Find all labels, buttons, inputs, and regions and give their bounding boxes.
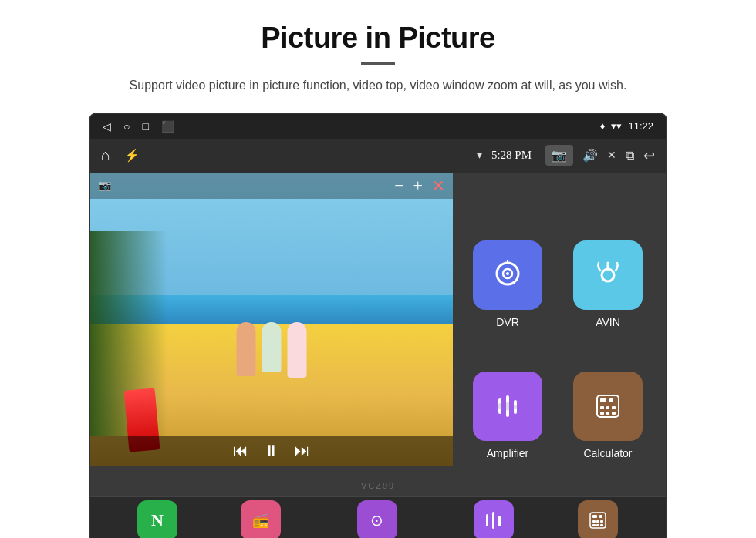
bottom-app-wheelkey[interactable]: ⊙ Wheelkey Study	[344, 500, 411, 538]
control-bar-left: ⌂ ⚡	[101, 146, 140, 164]
pip-close-button[interactable]: ✕	[432, 177, 445, 195]
svg-rect-20	[612, 412, 616, 415]
wifi-status-icon: ▾▾	[611, 120, 622, 132]
status-time: 11:22	[628, 120, 653, 132]
app-item-dvr[interactable]: DVR	[462, 224, 553, 345]
amplifier-label: Amplifier	[487, 447, 528, 459]
svg-rect-11	[514, 405, 517, 409]
siriusxm-icon: 📻	[241, 500, 281, 538]
bottom-app-amplifier[interactable]: Amplifier	[474, 500, 514, 538]
next-button[interactable]: ⏭	[295, 442, 310, 459]
svg-rect-14	[609, 398, 613, 402]
svg-rect-25	[592, 515, 597, 518]
app-item-avin[interactable]: AVIN	[562, 224, 653, 345]
back-nav-icon[interactable]: ◁	[103, 120, 111, 133]
play-button[interactable]: ⏸	[264, 442, 279, 459]
bottom-app-calculator[interactable]: Calculator	[577, 500, 619, 538]
pip-top-bar: 📷 − + ✕	[90, 173, 453, 199]
svg-rect-21	[486, 514, 488, 526]
svg-rect-15	[600, 406, 604, 409]
wheelkey-icon: ⊙	[357, 500, 397, 538]
recent-nav-icon[interactable]: □	[142, 120, 148, 133]
avin-icon	[573, 240, 643, 310]
usb-icon[interactable]: ⚡	[124, 148, 140, 163]
control-bar: ⌂ ⚡ ▾ 5:28 PM 📷 🔊 ✕ ⧉ ↩	[90, 139, 666, 173]
status-bar-indicators: ♦ ▾▾ 11:22	[600, 120, 653, 132]
svg-rect-26	[599, 515, 602, 518]
svg-rect-30	[592, 524, 596, 526]
svg-rect-16	[606, 406, 609, 409]
prev-button[interactable]: ⏮	[233, 442, 248, 459]
svg-rect-9	[506, 402, 509, 411]
svg-rect-29	[600, 520, 603, 523]
bottom-app-siriusxm[interactable]: 📻 SiriusXM	[241, 500, 281, 538]
bottom-app-netflix[interactable]: N Netflix	[137, 500, 177, 538]
pip-video-container: 📷 − + ✕ ⏮ ⏸ ⏭	[90, 173, 453, 466]
pip-icon[interactable]: ⧉	[626, 149, 634, 163]
volume-icon[interactable]: 🔊	[582, 148, 598, 163]
app-item-calculator[interactable]: Calculator	[562, 355, 653, 476]
bottom-app-strip: N Netflix 📻 SiriusXM ⊙ Wheelkey Study	[90, 496, 666, 538]
camera-button[interactable]: 📷	[545, 145, 573, 166]
netflix-icon: N	[137, 500, 177, 538]
main-content: 📷 − + ✕ ⏮ ⏸ ⏭	[90, 173, 666, 496]
pip-camera-icon: 📷	[98, 179, 111, 192]
svg-rect-32	[600, 524, 603, 526]
control-bar-right: ▾ 5:28 PM 📷 🔊 ✕ ⧉ ↩	[477, 145, 655, 166]
close-icon[interactable]: ✕	[607, 149, 616, 162]
app-item-amplifier[interactable]: Amplifier	[462, 355, 553, 476]
svg-rect-7	[498, 403, 501, 409]
app-grid: DVR AVIN	[450, 211, 666, 489]
device-frame: ◁ ○ □ ⬛ ♦ ▾▾ 11:22 ⌂ ⚡ ▾ 5:28 PM 📷 🔊	[89, 113, 667, 538]
location-icon: ♦	[600, 120, 606, 132]
calculator-label: Calculator	[583, 447, 632, 459]
svg-rect-13	[600, 398, 606, 402]
page-title: Picture in Picture	[261, 22, 495, 55]
svg-rect-17	[612, 406, 616, 409]
amplifier-icon	[473, 372, 542, 441]
svg-rect-31	[596, 524, 599, 526]
page-subtitle: Support video picture in picture functio…	[130, 76, 627, 96]
back-icon[interactable]: ↩	[643, 147, 655, 164]
screenshot-icon[interactable]: ⬛	[161, 120, 174, 133]
status-bar-nav: ◁ ○ □ ⬛	[103, 120, 174, 133]
status-bar: ◁ ○ □ ⬛ ♦ ▾▾ 11:22	[90, 114, 666, 139]
svg-point-3	[506, 272, 509, 275]
avin-label: AVIN	[596, 316, 620, 328]
pip-size-controls: − + ✕	[394, 177, 445, 195]
calculator-icon	[573, 372, 643, 441]
pip-plus-button[interactable]: +	[413, 177, 423, 194]
pip-video-overlay: 📷 − + ✕ ⏮ ⏸ ⏭	[90, 173, 453, 466]
pip-playback-controls: ⏮ ⏸ ⏭	[90, 436, 453, 466]
calculator-sm-icon	[578, 500, 618, 538]
pip-controls: 📷 − + ✕ ⏮ ⏸ ⏭	[90, 173, 453, 466]
home-icon[interactable]: ⌂	[101, 146, 110, 164]
svg-rect-18	[600, 412, 604, 415]
svg-rect-28	[596, 520, 599, 523]
amplifier-sm-icon	[474, 500, 514, 538]
svg-point-4	[602, 269, 614, 281]
svg-rect-23	[498, 516, 501, 526]
svg-rect-27	[592, 520, 596, 523]
watermark: VCZ99	[361, 481, 395, 490]
title-divider	[361, 62, 395, 65]
svg-rect-19	[606, 412, 609, 415]
dvr-icon	[473, 240, 542, 310]
pip-minus-button[interactable]: −	[394, 177, 403, 194]
svg-rect-22	[492, 512, 494, 529]
dvr-label: DVR	[496, 316, 519, 328]
control-time: 5:28 PM	[491, 149, 532, 162]
home-nav-icon[interactable]: ○	[123, 120, 130, 133]
wifi-control-icon: ▾	[477, 149, 482, 162]
